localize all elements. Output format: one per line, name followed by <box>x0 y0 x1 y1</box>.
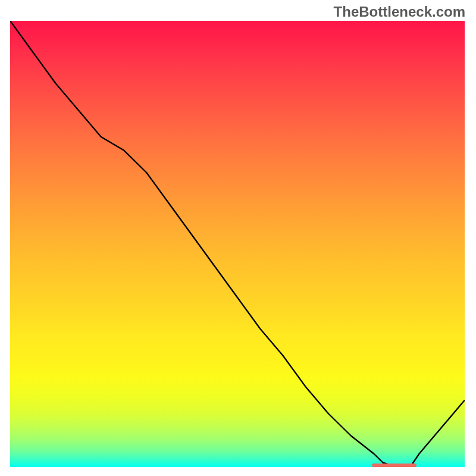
bottleneck-curve <box>10 21 465 467</box>
watermark-text: TheBottleneck.com <box>334 4 465 20</box>
chart-svg-layer <box>10 21 465 467</box>
chart-plot-area <box>10 21 465 467</box>
